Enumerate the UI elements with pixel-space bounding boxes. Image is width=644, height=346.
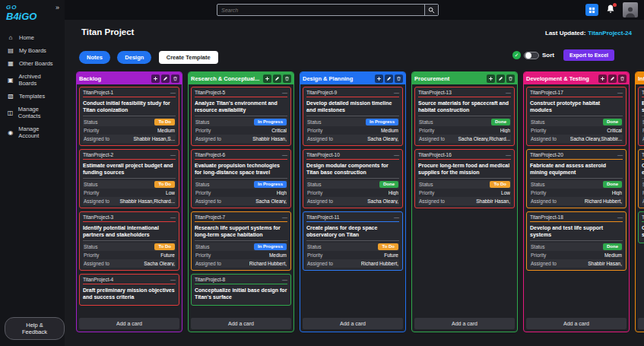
column-delete-button[interactable] <box>171 75 179 83</box>
help-feedback-button[interactable]: Help & Feedback <box>5 317 65 340</box>
sidebar-item-label: Other Boards <box>19 60 53 67</box>
brand-logo[interactable]: GO B4iGO » <box>0 0 65 24</box>
add-card-button[interactable]: Add a card <box>414 318 515 329</box>
card[interactable]: TitanProject-18—Develop and test life su… <box>526 211 627 271</box>
search-input[interactable] <box>217 5 424 15</box>
card[interactable]: TitanProject-6—Evaluate propulsion techn… <box>191 149 291 208</box>
column-edit-button[interactable] <box>273 75 281 83</box>
card[interactable]: TitanProject-11—Create plans for deep sp… <box>303 211 403 271</box>
create-template-button[interactable]: Create Template <box>159 51 218 64</box>
card-menu-icon[interactable]: — <box>282 277 287 282</box>
column-add-card-button[interactable] <box>375 75 383 83</box>
card-assigned-row: Assigned toShabbir Hasan,Richard... <box>83 197 176 205</box>
card-menu-icon[interactable]: — <box>617 90 623 95</box>
add-card-button[interactable]: Add a card <box>638 318 644 329</box>
plus-icon <box>600 76 605 81</box>
search-button[interactable] <box>424 5 438 15</box>
card[interactable]: TitanProject-2—Estimate overall project … <box>79 149 179 208</box>
card-menu-icon[interactable]: — <box>506 90 511 95</box>
sidebar-item-manage-account[interactable]: ◉Manage Account <box>0 122 65 142</box>
card[interactable]: TitanProject-10—Design modular component… <box>303 149 403 208</box>
card-menu-icon[interactable]: — <box>394 214 399 220</box>
card[interactable]: TitanProject-17—Construct prototype habi… <box>526 87 627 146</box>
card[interactable]: TitanProject-7—Research life support sys… <box>191 211 291 271</box>
card[interactable]: TitanProject-5—Analyze Titan's environme… <box>191 87 291 146</box>
add-card-button[interactable]: Add a card <box>191 318 291 329</box>
column-add-card-button[interactable] <box>487 75 495 83</box>
apps-grid-button[interactable] <box>585 4 598 16</box>
user-avatar[interactable] <box>623 2 638 17</box>
sidebar-item-archived-boards[interactable]: ▣Archived Boards <box>0 70 65 90</box>
add-card-button[interactable]: Add a card <box>303 318 403 329</box>
card-menu-icon[interactable]: — <box>170 277 176 282</box>
add-card-button[interactable]: Add a card <box>79 318 179 329</box>
card-menu-icon[interactable]: — <box>170 90 176 95</box>
card-priority-row: PriorityFuture <box>306 251 399 259</box>
card-menu-icon[interactable]: — <box>282 90 287 95</box>
pencil-icon <box>163 76 168 81</box>
card-menu-icon[interactable]: — <box>394 90 399 95</box>
sidebar-item-templates[interactable]: ▧Templates <box>0 90 65 103</box>
card-field-label: Priority <box>419 190 434 195</box>
card-menu-icon[interactable]: — <box>282 152 287 157</box>
status-badge: Done <box>603 181 622 188</box>
card-assigned: Sacha Oleary, <box>367 136 398 141</box>
card[interactable]: TitanProject-—Com spac <box>638 211 644 243</box>
sidebar-collapse-icon[interactable]: » <box>56 4 59 11</box>
column-delete-button[interactable] <box>395 75 403 83</box>
card[interactable]: TitanProject-1—Conduct initial feasibili… <box>79 87 179 146</box>
sidebar-item-my-boards[interactable]: ▤My Boards <box>0 44 65 57</box>
card-assigned-row: Assigned toShabbir Hasan, <box>195 135 287 143</box>
column-edit-button[interactable] <box>385 75 393 83</box>
design-button[interactable]: Design <box>117 51 151 64</box>
sort-check-icon: ✓ <box>512 51 521 59</box>
card-menu-icon[interactable]: — <box>170 214 176 220</box>
column-add-card-button[interactable] <box>263 75 271 83</box>
notifications-button[interactable] <box>605 4 616 16</box>
card-menu-icon[interactable]: — <box>617 214 623 220</box>
card[interactable]: TitanProject-16—Procure long-term food a… <box>414 149 515 208</box>
card[interactable]: TitanProject-—Build systeStatusPriorityA… <box>638 87 644 146</box>
column-add-card-button[interactable] <box>598 75 607 83</box>
card-divider <box>530 178 623 179</box>
column-delete-button[interactable] <box>506 75 515 83</box>
card[interactable]: TitanProject-20—Fabricate and assess ast… <box>526 149 627 208</box>
column-edit-button[interactable] <box>161 75 170 83</box>
card-status-row: StatusDone <box>530 118 623 126</box>
card[interactable]: TitanProject-—Outfi equipStatusPriorityA… <box>638 149 644 208</box>
card-menu-icon[interactable]: — <box>282 214 287 220</box>
card-assigned: Sacha Oleary, <box>367 198 398 204</box>
card-field-label: Status <box>531 119 544 125</box>
card[interactable]: TitanProject-4—Draft preliminary mission… <box>79 274 179 306</box>
sort-label: Sort <box>542 52 554 59</box>
card[interactable]: TitanProject-8—Conceptualize initial bas… <box>191 274 291 306</box>
card-menu-icon[interactable]: — <box>170 152 176 157</box>
sort-toggle[interactable] <box>524 52 539 59</box>
sidebar-item-manage-contacts[interactable]: ◫Manage Contacts <box>0 103 65 122</box>
column-edit-button[interactable] <box>608 75 617 83</box>
card-menu-icon[interactable]: — <box>617 152 623 157</box>
card-field-label: Status <box>84 182 97 187</box>
sidebar-item-label: Manage Contacts <box>18 106 58 119</box>
notification-badge <box>613 3 617 7</box>
last-updated-value[interactable]: TitanProject-24 <box>588 30 632 37</box>
card-priority-row: PriorityHigh <box>530 189 623 197</box>
card[interactable]: TitanProject-3—Identify potential intern… <box>79 211 179 271</box>
column-delete-button[interactable] <box>618 75 627 83</box>
column-edit-button[interactable] <box>496 75 505 83</box>
card-field-label: Assigned to <box>195 136 221 141</box>
card-divider <box>195 178 287 179</box>
sidebar-item-home[interactable]: ⌂Home <box>0 31 65 44</box>
card-menu-icon[interactable]: — <box>506 152 511 157</box>
sidebar-item-other-boards[interactable]: ▦Other Boards <box>0 57 65 70</box>
add-card-button[interactable]: Add a card <box>526 318 627 329</box>
card[interactable]: TitanProject-9—Develop detailed mission … <box>303 87 403 146</box>
status-badge: Done <box>603 119 622 125</box>
column-add-card-button[interactable] <box>151 75 160 83</box>
card-menu-icon[interactable]: — <box>394 152 399 157</box>
card[interactable]: TitanProject-13—Source materials for spa… <box>414 87 515 146</box>
column-delete-button[interactable] <box>283 75 291 83</box>
card-status-row: StatusTo Do <box>83 118 176 126</box>
export-excel-button[interactable]: Export to Excel <box>563 49 614 61</box>
notes-button[interactable]: Notes <box>79 51 110 64</box>
